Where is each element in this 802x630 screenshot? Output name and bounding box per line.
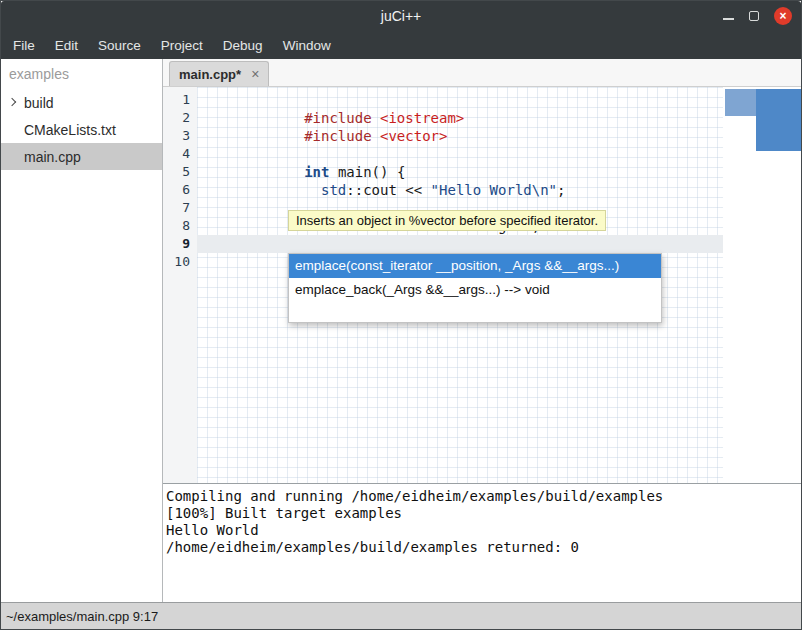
minimap (723, 87, 801, 483)
line-number: 7 (163, 199, 197, 217)
close-icon[interactable]: × (774, 7, 792, 25)
console-line: Hello World (166, 522, 801, 539)
code-token (304, 182, 321, 198)
console-line: [100%] Built target examples (166, 505, 801, 522)
menu-item-file[interactable]: File (3, 31, 45, 59)
menubar: File Edit Source Project Debug Window (1, 31, 801, 59)
sidebar-item-cmakelists[interactable]: CMakeLists.txt (1, 116, 162, 143)
sidebar-item-label: CMakeLists.txt (24, 122, 116, 138)
code-token: <vector> (380, 128, 447, 144)
tab-main-cpp[interactable]: main.cpp* × (169, 61, 269, 86)
sidebar-item-label: build (24, 95, 54, 111)
source-editor: 1 2 3 4 5 6 7 8 9 10 #include <iostream> (163, 87, 801, 483)
code-token: ; (557, 182, 565, 198)
window-title: juCi++ (381, 8, 421, 24)
code-token: ::cout << (346, 182, 430, 198)
code-token: #include (304, 128, 380, 144)
statusbar-path: ~/examples/main.cpp 9:17 (6, 609, 158, 624)
code-token: <iostream> (380, 110, 464, 126)
menu-item-project[interactable]: Project (151, 31, 213, 59)
code-token: "Hello World\n" (431, 182, 557, 198)
line-number: 5 (163, 163, 197, 181)
completion-popup: emplace(const_iterator __position, _Args… (288, 253, 662, 323)
line-number: 1 (163, 91, 197, 109)
window-controls: × (723, 1, 792, 31)
titlebar: juCi++ × (1, 1, 801, 31)
line-number: 3 (163, 127, 197, 145)
menu-item-edit[interactable]: Edit (45, 31, 88, 59)
menu-item-window[interactable]: Window (273, 31, 341, 59)
chevron-right-icon[interactable] (8, 98, 16, 106)
completion-item[interactable]: emplace_back(_Args &&__args...) --> void (289, 278, 661, 302)
editor-gutter: 1 2 3 4 5 6 7 8 9 10 (163, 87, 197, 483)
code-line: #include <iostream> (197, 91, 723, 109)
line-number: 10 (163, 253, 197, 271)
sidebar-header: examples (1, 59, 162, 89)
line-number-current: 9 (163, 235, 197, 253)
code-token: std (321, 182, 346, 198)
sidebar-item-main-cpp[interactable]: main.cpp (1, 143, 162, 170)
menu-item-source[interactable]: Source (88, 31, 151, 59)
app-window: juCi++ × File Edit Source Project Debug … (0, 0, 802, 630)
completion-item[interactable]: emplace(const_iterator __position, _Args… (289, 254, 661, 278)
statusbar: ~/examples/main.cpp 9:17 (1, 602, 801, 629)
code-token: main() { (329, 164, 405, 180)
line-number: 8 (163, 217, 197, 235)
console-output[interactable]: Compiling and running /home/eidheim/exam… (163, 483, 801, 602)
scrollbar-thumb[interactable] (756, 89, 801, 151)
console-line: Compiling and running /home/eidheim/exam… (166, 488, 801, 505)
code-token: #include (304, 110, 380, 126)
line-number: 4 (163, 145, 197, 163)
maximize-icon[interactable] (749, 11, 759, 21)
code-token: int (304, 164, 329, 180)
sidebar-item-label: main.cpp (24, 149, 81, 165)
sidebar-item-build[interactable]: build (1, 89, 162, 116)
file-tree-sidebar: examples build CMakeLists.txt main.cpp (1, 59, 163, 602)
tabbar: main.cpp* × (163, 59, 801, 87)
tab-label: main.cpp* (179, 67, 241, 82)
menu-item-debug[interactable]: Debug (213, 31, 273, 59)
line-number: 2 (163, 109, 197, 127)
console-line: /home/eidheim/examples/build/examples re… (166, 539, 801, 556)
editor-pane: main.cpp* × 1 2 3 4 5 6 7 8 9 10 (163, 59, 801, 602)
tab-close-icon[interactable]: × (251, 66, 259, 82)
doc-tooltip: Inserts an object in %vector before spec… (288, 210, 606, 231)
line-number: 6 (163, 181, 197, 199)
minimap-content-highlight (725, 89, 756, 116)
main-body: examples build CMakeLists.txt main.cpp m… (1, 59, 801, 602)
minimize-icon[interactable] (723, 18, 734, 20)
